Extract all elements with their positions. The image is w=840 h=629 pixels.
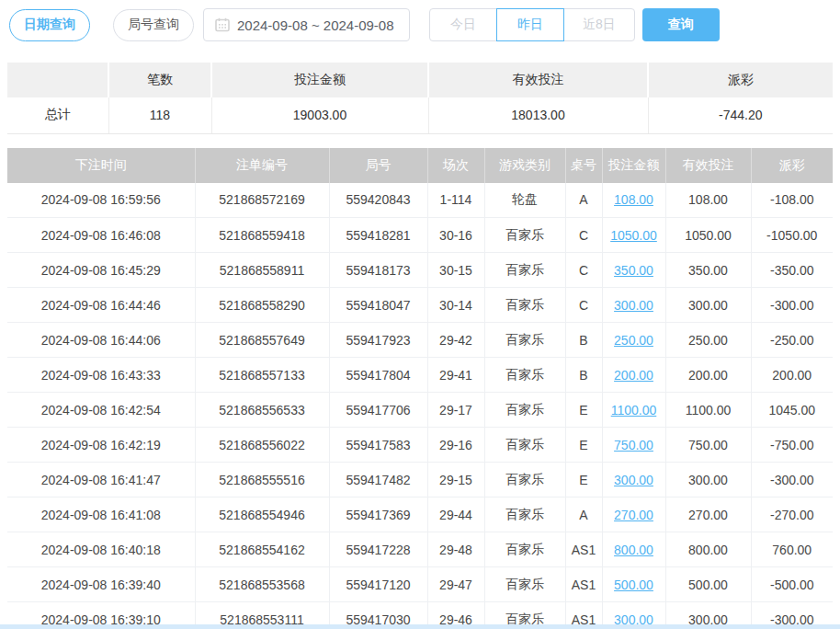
cell-session: 29-15 [427, 463, 484, 497]
cell-payout: -250.00 [751, 323, 833, 358]
cell-valid-bet: 300.00 [665, 463, 751, 497]
cell-session: 30-15 [427, 253, 484, 288]
cell-slip-number: 521868553568 [195, 567, 329, 602]
cell-table-number: E [565, 428, 602, 463]
summary-total-row: 总计 118 19003.00 18013.00 -744.20 [7, 97, 833, 133]
cell-bet-time: 2024-09-08 16:41:47 [7, 463, 195, 497]
cell-payout: -108.00 [751, 183, 833, 218]
cell-valid-bet: 1050.00 [665, 218, 751, 253]
cell-session: 29-16 [427, 428, 484, 463]
cell-bet-time: 2024-09-08 16:45:29 [7, 253, 195, 288]
cell-payout: 200.00 [751, 358, 833, 393]
date-range-input[interactable]: 2024-09-08 ~ 2024-09-08 [203, 8, 410, 41]
cell-table-number: C [565, 218, 602, 253]
cell-session: 29-44 [427, 497, 484, 532]
cell-bet-time: 2024-09-08 16:43:33 [7, 358, 195, 393]
query-button[interactable]: 查询 [642, 8, 720, 41]
summary-total-valid-bet: 18013.00 [428, 97, 648, 133]
cell-game-type: 百家乐 [484, 463, 565, 497]
cell-round-number: 559418281 [329, 218, 427, 253]
table-row: 2024-09-08 16:59:56521868572169559420843… [7, 183, 833, 218]
cell-session: 30-16 [427, 218, 484, 253]
cell-valid-bet: 270.00 [665, 497, 751, 532]
cell-bet-amount: 108.00 [602, 183, 665, 218]
date-range-value: 2024-09-08 ~ 2024-09-08 [237, 17, 394, 33]
cell-table-number: B [565, 358, 602, 393]
cell-round-number: 559417228 [329, 532, 427, 567]
cell-game-type: 百家乐 [484, 567, 565, 602]
cell-bet-amount: 750.00 [602, 428, 665, 463]
table-row: 2024-09-08 16:44:06521868557649559417923… [7, 323, 833, 358]
table-row: 2024-09-08 16:39:40521868553568559417120… [7, 567, 833, 602]
cell-payout: -300.00 [751, 463, 833, 497]
cell-table-number: B [565, 323, 602, 358]
bet-amount-link[interactable]: 300.00 [614, 298, 653, 313]
cell-bet-time: 2024-09-08 16:42:54 [7, 393, 195, 428]
cell-slip-number: 521868556022 [195, 428, 329, 463]
col-header-round-number: 局号 [329, 148, 427, 183]
bet-amount-link[interactable]: 1050.00 [610, 228, 657, 243]
bet-amount-link[interactable]: 350.00 [614, 263, 653, 278]
cell-valid-bet: 800.00 [665, 532, 751, 567]
bet-amount-link[interactable]: 750.00 [614, 438, 653, 452]
cell-session: 30-14 [427, 288, 484, 323]
bet-amount-link[interactable]: 270.00 [614, 508, 653, 522]
cell-valid-bet: 250.00 [665, 323, 751, 358]
round-query-button[interactable]: 局号查询 [113, 9, 194, 41]
cell-table-number: C [565, 253, 602, 288]
cell-round-number: 559417369 [329, 497, 427, 532]
cell-bet-time: 2024-09-08 16:44:06 [7, 323, 195, 358]
query-toolbar: 日期查询 局号查询 2024-09-08 ~ 2024-09-08 今日 昨日 … [0, 0, 840, 41]
bet-amount-link[interactable]: 108.00 [614, 192, 653, 207]
today-button[interactable]: 今日 [429, 8, 497, 41]
cell-slip-number: 521868558290 [195, 288, 329, 323]
bet-amount-link[interactable]: 300.00 [614, 473, 653, 487]
cell-bet-amount: 270.00 [602, 497, 665, 532]
summary-col-bet-amount: 投注金额 [211, 63, 428, 97]
cell-table-number: E [565, 463, 602, 497]
cell-session: 1-114 [427, 183, 484, 218]
cell-payout: 760.00 [751, 532, 833, 567]
table-row: 2024-09-08 16:41:47521868555516559417482… [7, 463, 833, 497]
summary-header-row: 笔数 投注金额 有效投注 派彩 [7, 63, 833, 97]
cell-session: 29-41 [427, 358, 484, 393]
cell-bet-time: 2024-09-08 16:39:40 [7, 567, 195, 602]
cell-table-number: A [565, 497, 602, 532]
cell-payout: 1045.00 [751, 393, 833, 428]
cell-bet-time: 2024-09-08 16:42:19 [7, 428, 195, 463]
col-header-game-type: 游戏类别 [484, 148, 565, 183]
yesterday-button[interactable]: 昨日 [496, 8, 564, 41]
cell-round-number: 559417706 [329, 393, 427, 428]
bet-amount-link[interactable]: 200.00 [614, 368, 653, 383]
cell-bet-time: 2024-09-08 16:46:08 [7, 218, 195, 253]
cell-slip-number: 521868557649 [195, 323, 329, 358]
bet-amount-link[interactable]: 250.00 [614, 333, 653, 348]
summary-table: 笔数 投注金额 有效投注 派彩 总计 118 19003.00 18013.00… [7, 63, 833, 134]
cell-bet-amount: 800.00 [602, 532, 665, 567]
cell-bet-time: 2024-09-08 16:41:08 [7, 497, 195, 532]
bet-amount-link[interactable]: 800.00 [614, 543, 653, 557]
table-row: 2024-09-08 16:42:19521868556022559417583… [7, 428, 833, 463]
last8days-button[interactable]: 近8日 [563, 8, 635, 41]
cell-table-number: C [565, 288, 602, 323]
table-row: 2024-09-08 16:45:29521868558911559418173… [7, 253, 833, 288]
cell-slip-number: 521868572169 [195, 183, 329, 218]
cell-round-number: 559417583 [329, 428, 427, 463]
records-header-row: 下注时间 注单编号 局号 场次 游戏类别 桌号 投注金额 有效投注 派彩 [7, 148, 833, 183]
cell-session: 29-48 [427, 532, 484, 567]
cell-round-number: 559418047 [329, 288, 427, 323]
cell-payout: -300.00 [751, 288, 833, 323]
col-header-payout: 派彩 [751, 148, 833, 183]
date-query-button[interactable]: 日期查询 [9, 9, 90, 41]
bet-amount-link[interactable]: 1100.00 [611, 403, 657, 417]
summary-total-payout: -744.20 [648, 97, 833, 133]
calendar-icon [215, 17, 230, 32]
cell-game-type: 百家乐 [484, 393, 565, 428]
cell-slip-number: 521868554162 [195, 532, 329, 567]
cell-payout: -750.00 [751, 428, 833, 463]
cell-game-type: 百家乐 [484, 428, 565, 463]
cell-bet-amount: 250.00 [602, 323, 665, 358]
bet-amount-link[interactable]: 500.00 [614, 578, 653, 592]
horizontal-scrollbar[interactable] [0, 624, 840, 629]
cell-table-number: A [565, 183, 602, 218]
